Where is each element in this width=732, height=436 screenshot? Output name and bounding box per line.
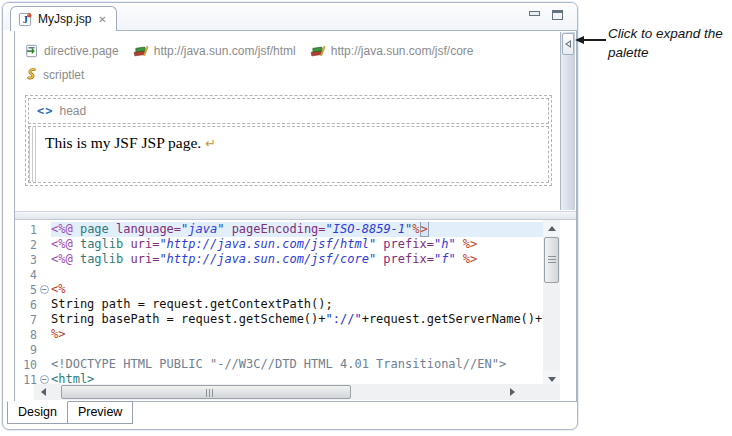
svg-text:J: J [23,14,28,25]
line-number: 1 [15,223,37,237]
close-icon[interactable]: ✕ [98,14,106,25]
maximize-icon[interactable] [552,10,563,20]
fold-collapse-icon[interactable]: − [40,375,49,384]
code-line[interactable]: <%@ page language="java" pageEncoding="I… [51,222,543,237]
design-canvas[interactable]: directive.page http://java.sun.com/jsf/h… [15,31,560,211]
code-line[interactable]: <% [51,282,543,297]
gutter-line: 5− [15,282,51,297]
annotation-arrow-line [583,39,606,41]
code-line[interactable]: <!DOCTYPE HTML PUBLIC "-//W3C//DTD HTML … [51,357,543,372]
minimize-icon[interactable] [529,10,539,20]
code-line[interactable]: <%@ taglib uri="http://java.sun.com/jsf/… [51,237,543,252]
gutter-line: 3 [15,252,51,267]
thumb-grip-icon [548,256,556,257]
source-pane: 12345−67891011− <%@ page language="java"… [15,220,576,401]
code-line[interactable]: %> [51,327,543,342]
gutter: 12345−67891011− [15,222,51,387]
gutter-line: 8 [15,327,51,342]
gutter-line: 2 [15,237,51,252]
taglib-library-icon [310,44,326,59]
page-directive-icon [25,44,39,58]
gutter-line: 9 [15,342,51,357]
scriptlet-label: scriptlet [43,68,84,82]
gutter-line: 7 [15,312,51,327]
directive-page-label: directive.page [44,44,119,58]
code-line[interactable]: String basePath = request.getScheme()+":… [51,312,543,327]
line-number: 10 [15,358,37,372]
thumb-grip-icon [206,389,207,397]
editor-tab-label: MyJsp.jsp [38,12,91,26]
line-number: 9 [15,343,37,357]
code-lines[interactable]: <%@ page language="java" pageEncoding="I… [51,222,543,387]
scriptlet-row: scriptlet [25,64,554,86]
code-line[interactable]: String path = request.getContextPath(); [51,297,543,312]
directive-page-item[interactable]: directive.page [25,44,119,58]
body-text[interactable]: This is my JSF JSP page.↵ [45,134,216,152]
editor-content: directive.page http://java.sun.com/jsf/h… [14,30,577,402]
taglib-core-label: http://java.sun.com/jsf/core [331,44,474,58]
gutter-line: 4 [15,267,51,282]
line-number: 8 [15,328,37,342]
gutter-line: 10 [15,357,51,372]
line-number: 4 [15,268,37,282]
taglib-html-label: http://java.sun.com/jsf/html [154,44,296,58]
horizontal-scroll-thumb[interactable] [61,385,351,399]
collapsed-palette-strip[interactable] [560,32,575,210]
line-number: 5 [15,283,37,297]
arrow-right-icon [510,388,515,396]
directive-row: directive.page http://java.sun.com/jsf/h… [25,40,554,62]
code-line[interactable] [51,342,543,357]
taglib-library-icon [133,44,149,59]
line-number: 2 [15,238,37,252]
gutter-line: 6 [15,297,51,312]
html-element-box[interactable]: <> head This is my JSF JSP page.↵ [25,95,552,186]
split-sash[interactable] [15,211,576,220]
editor-tab-myjsp[interactable]: J MyJsp.jsp ✕ [10,6,117,31]
arrow-down-icon [548,377,556,382]
page-tab-bar: Design Preview [7,401,133,424]
code-line[interactable] [51,267,543,282]
tab-preview[interactable]: Preview [67,401,133,424]
editor-tab-bar: J MyJsp.jsp ✕ [3,3,577,30]
line-number: 3 [15,253,37,267]
vertical-scrollbar[interactable] [543,220,560,387]
scroll-left-button[interactable] [36,384,51,400]
tab-design[interactable]: Design [7,401,68,424]
tag-brackets-icon: <> [37,104,53,118]
window-buttons [529,10,563,20]
fold-collapse-icon[interactable]: − [40,285,49,294]
expand-palette-button[interactable] [562,33,574,55]
taglib-html-item[interactable]: http://java.sun.com/jsf/html [133,44,296,59]
design-pane: directive.page http://java.sun.com/jsf/h… [15,31,576,211]
scroll-up-button[interactable] [543,220,560,236]
scriptlet-item[interactable]: scriptlet [25,68,84,82]
gutter-line: 1 [15,222,51,237]
horizontal-scrollbar[interactable] [34,384,560,400]
editor-window: J MyJsp.jsp ✕ [2,2,578,430]
expand-palette-arrow-icon [565,40,571,48]
taglib-core-item[interactable]: http://java.sun.com/jsf/core [310,44,474,59]
body-element-box[interactable]: This is my JSF JSP page.↵ [28,126,549,183]
code-line[interactable]: <%@ taglib uri="http://java.sun.com/jsf/… [51,252,543,267]
body-margin-hatch [29,127,38,182]
arrow-up-icon [548,226,556,231]
head-label: head [59,104,86,118]
vertical-scroll-thumb[interactable] [544,237,559,283]
line-break-mark-icon: ↵ [205,136,216,151]
line-number: 6 [15,298,37,312]
scriptlet-scroll-icon [25,68,38,82]
line-number: 7 [15,313,37,327]
annotation-text: Click to expand the palette [608,24,732,62]
head-element-box[interactable]: <> head [28,98,549,124]
jsp-file-icon: J [18,12,33,27]
scroll-right-button[interactable] [505,384,520,400]
arrow-left-icon [41,388,46,396]
